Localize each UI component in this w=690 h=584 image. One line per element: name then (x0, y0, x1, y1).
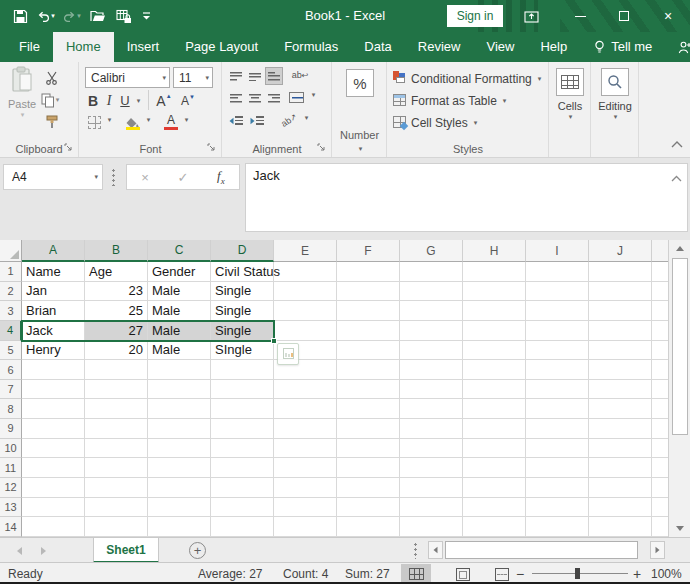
merge-center-button[interactable] (287, 89, 306, 106)
cell-I9[interactable] (526, 419, 589, 439)
maximize-button[interactable] (602, 0, 646, 32)
cell-D2[interactable]: Single (211, 282, 274, 302)
top-align-button[interactable] (227, 68, 244, 84)
cell-I3[interactable] (526, 301, 589, 321)
cell-J7[interactable] (589, 380, 652, 400)
cell-I11[interactable] (526, 458, 589, 478)
cell-F13[interactable] (337, 498, 400, 518)
cell-A12[interactable] (22, 478, 85, 498)
cell-E11[interactable] (274, 458, 337, 478)
cell-F6[interactable] (337, 360, 400, 380)
row-header-3[interactable]: 3 (0, 301, 22, 321)
cell-styles-button[interactable]: Cell Styles▾ (393, 113, 477, 133)
cell-D5[interactable]: SIngle (211, 341, 274, 361)
cell-H14[interactable] (463, 517, 526, 537)
copy-dropdown-icon[interactable]: ▾ (56, 96, 60, 104)
formula-input[interactable]: Jack (245, 163, 688, 232)
italic-button[interactable]: I (103, 91, 115, 110)
cell-G8[interactable] (400, 399, 463, 419)
copy-button[interactable]: ▾ (40, 90, 60, 110)
redo-dropdown-icon[interactable]: ▾ (77, 12, 81, 20)
cell-H12[interactable] (463, 478, 526, 498)
cell-B2[interactable]: 23 (85, 282, 148, 302)
tab-insert[interactable]: Insert (114, 32, 173, 62)
cell-J9[interactable] (589, 419, 652, 439)
orientation-button[interactable]: ab↗ (275, 106, 303, 134)
cell-I13[interactable] (526, 498, 589, 518)
insert-function-button[interactable]: fx (217, 168, 225, 186)
cell-I7[interactable] (526, 380, 589, 400)
align-center-button[interactable] (246, 90, 263, 106)
row-header-8[interactable]: 8 (0, 399, 22, 419)
hscroll-left-button[interactable] (428, 541, 443, 559)
cell-A6[interactable] (22, 360, 85, 380)
cell-G5[interactable] (400, 341, 463, 361)
cell-I4[interactable] (526, 321, 589, 341)
font-color-dropdown-icon[interactable]: ▾ (181, 116, 191, 124)
tab-data[interactable]: Data (351, 32, 404, 62)
clipboard-dialog-launcher[interactable] (64, 143, 74, 153)
tab-view[interactable]: View (473, 32, 527, 62)
cell-D8[interactable] (211, 399, 274, 419)
cell-A14[interactable] (22, 517, 85, 537)
cell-J13[interactable] (589, 498, 652, 518)
cell-J2[interactable] (589, 282, 652, 302)
cell-F10[interactable] (337, 439, 400, 459)
underline-dropdown-icon[interactable]: ▾ (133, 93, 143, 109)
horizontal-scrollbar-thumb[interactable] (445, 541, 638, 559)
row-header-13[interactable]: 13 (0, 498, 22, 518)
cell-I14[interactable] (526, 517, 589, 537)
view-normal-button[interactable] (401, 564, 431, 584)
row-header-4[interactable]: 4 (0, 321, 22, 341)
cell-C4[interactable]: Male (148, 321, 211, 341)
cell-D1[interactable]: Civil Status (211, 262, 274, 282)
cell-E9[interactable] (274, 419, 337, 439)
zoom-slider-thumb[interactable] (575, 568, 580, 579)
enter-button[interactable]: ✓ (178, 170, 189, 185)
cell-J8[interactable] (589, 399, 652, 419)
col-header-A[interactable]: A (22, 240, 85, 262)
undo-button[interactable]: ▾ (34, 4, 58, 28)
tab-review[interactable]: Review (405, 32, 474, 62)
hscroll-right-button[interactable] (650, 541, 665, 559)
cell-F12[interactable] (337, 478, 400, 498)
cell-C5[interactable]: Male (148, 341, 211, 361)
align-right-button[interactable] (265, 90, 282, 106)
cell-H7[interactable] (463, 380, 526, 400)
col-header-D[interactable]: D (211, 240, 274, 262)
cell-A9[interactable] (22, 419, 85, 439)
conditional-formatting-button[interactable]: Conditional Formatting▾ (393, 69, 541, 89)
tab-page-layout[interactable]: Page Layout (172, 32, 271, 62)
cell-C8[interactable] (148, 399, 211, 419)
cell-F7[interactable] (337, 380, 400, 400)
cell-D13[interactable] (211, 498, 274, 518)
name-box-dropdown-icon[interactable]: ▾ (94, 173, 98, 181)
fill-color-dropdown-icon[interactable]: ▾ (143, 116, 153, 124)
cell-F3[interactable] (337, 301, 400, 321)
tab-home[interactable]: Home (53, 32, 114, 62)
cell-J6[interactable] (589, 360, 652, 380)
zoom-out-button[interactable]: − (516, 563, 524, 584)
save-icon[interactable] (8, 4, 32, 28)
cell-E7[interactable] (274, 380, 337, 400)
tab-share[interactable]: Share (665, 32, 690, 62)
row-header-7[interactable]: 7 (0, 380, 22, 400)
cell-A13[interactable] (22, 498, 85, 518)
cell-H13[interactable] (463, 498, 526, 518)
view-page-break-button[interactable] (487, 564, 517, 584)
close-button[interactable]: × (646, 0, 690, 32)
cell-G1[interactable] (400, 262, 463, 282)
cell-D10[interactable] (211, 439, 274, 459)
cell-B10[interactable] (85, 439, 148, 459)
tab-file[interactable]: File (6, 32, 53, 62)
cell-I1[interactable] (526, 262, 589, 282)
decrease-indent-button[interactable] (227, 112, 245, 129)
tab-tell-me[interactable]: Tell me (580, 32, 665, 62)
cell-G10[interactable] (400, 439, 463, 459)
collapse-ribbon-button[interactable] (671, 134, 683, 152)
format-painter-button[interactable] (42, 112, 62, 132)
cell-A10[interactable] (22, 439, 85, 459)
increase-font-button[interactable]: A▲ (154, 91, 174, 110)
middle-align-button[interactable] (246, 68, 263, 84)
cell-D6[interactable] (211, 360, 274, 380)
